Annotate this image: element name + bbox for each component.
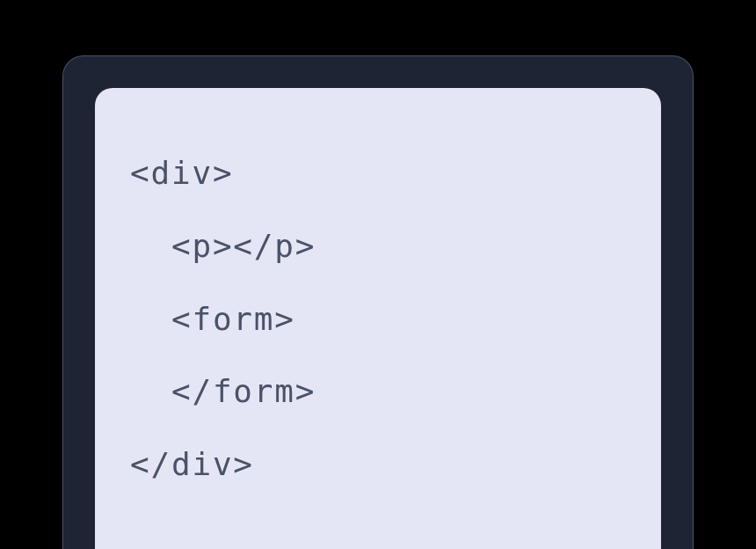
code-line-5: </div>	[130, 428, 626, 501]
code-block: <div> <p></p> <form> </form> </div>	[95, 88, 661, 549]
code-line-2: <p></p>	[130, 210, 626, 283]
code-line-1: <div>	[130, 137, 626, 210]
code-panel: <div> <p></p> <form> </form> </div>	[62, 55, 694, 549]
code-line-4: </form>	[130, 355, 626, 428]
code-line-3: <form>	[130, 283, 626, 356]
